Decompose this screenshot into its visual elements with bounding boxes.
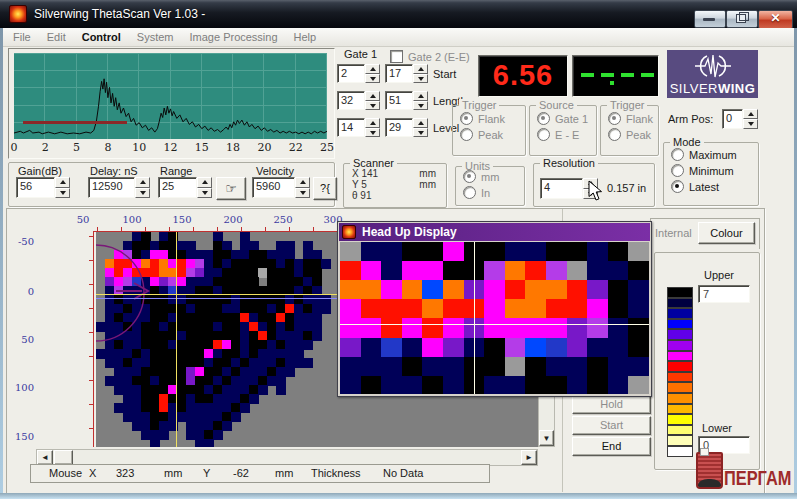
upper-input[interactable]: 7	[698, 285, 750, 303]
hud-view[interactable]	[340, 242, 649, 394]
spin-up-button[interactable]	[413, 91, 428, 101]
radio-peak[interactable]: Peak	[460, 128, 525, 141]
spin-value[interactable]: 0	[722, 109, 743, 129]
radio-button-icon[interactable]	[460, 128, 473, 141]
spin-up-button[interactable]	[365, 64, 380, 74]
spin-value[interactable]: 12590	[88, 177, 135, 198]
gate1-start-spinner[interactable]: 2	[337, 64, 380, 83]
spin-up-button[interactable]	[295, 177, 310, 188]
restore-button[interactable]	[726, 10, 758, 28]
radio-minimum[interactable]: Minimum	[671, 164, 758, 177]
delay-spinner[interactable]: 12590	[88, 177, 150, 198]
gate2-checkbox[interactable]	[390, 50, 403, 63]
radio-button-icon[interactable]	[608, 128, 621, 141]
spin-value[interactable]: 2	[337, 64, 365, 83]
spin-value[interactable]: 56	[16, 177, 55, 198]
trigger2-caption: Trigger	[607, 99, 647, 111]
gain-spinner[interactable]: 56	[16, 177, 70, 198]
spin-up-button[interactable]	[413, 64, 428, 74]
spin-down-button[interactable]	[413, 74, 428, 84]
tab-colour-button[interactable]: Colour	[698, 222, 755, 244]
radio-button-icon[interactable]	[463, 170, 476, 183]
menu-edit[interactable]: Edit	[47, 31, 66, 43]
velocity-spinner[interactable]: 5960	[252, 177, 310, 198]
title-bar[interactable]: Silverwing ThetaScan Ver 1.03 - ✕	[0, 0, 797, 28]
spin-value[interactable]: 51	[385, 91, 413, 110]
spin-down-button[interactable]	[197, 188, 212, 199]
menu-system[interactable]: System	[137, 31, 174, 43]
minimize-button[interactable]	[694, 10, 726, 28]
scroll-down-button[interactable]: ▼	[539, 430, 554, 446]
radio-e-e[interactable]: E - E	[537, 128, 596, 141]
menu-file[interactable]: File	[13, 31, 31, 43]
gate2-checkbox-row[interactable]: Gate 2 (E-E)	[390, 50, 470, 63]
spin-down-button[interactable]	[365, 74, 380, 84]
tab-internal[interactable]: Internal	[655, 227, 692, 239]
pick-velocity-button[interactable]: ☞	[216, 177, 246, 200]
spin-value[interactable]: 32	[337, 91, 365, 110]
spin-down-button[interactable]	[365, 101, 380, 111]
spin-up-button[interactable]	[413, 118, 428, 128]
gate1-length-spinner[interactable]: 32	[337, 91, 380, 110]
hud-title-bar[interactable]: Head Up Display	[339, 223, 650, 241]
radio-button-icon[interactable]	[671, 164, 684, 177]
range-spinner[interactable]: 25	[158, 177, 212, 198]
radio-button-icon[interactable]	[671, 180, 684, 193]
colour-scale-group: Upper 7 Lower 0	[654, 252, 760, 470]
spin-value[interactable]: 29	[385, 118, 413, 137]
gate1-level-spinner[interactable]: 14	[337, 118, 380, 137]
ascan-x-tick: 25	[320, 141, 334, 154]
radio-flank[interactable]: Flank	[460, 112, 525, 125]
spin-down-button[interactable]	[413, 101, 428, 111]
spin-down-button[interactable]	[365, 128, 380, 138]
spin-up-button[interactable]	[197, 177, 212, 188]
spin-down-button[interactable]	[743, 119, 758, 129]
spin-down-button[interactable]	[135, 188, 150, 199]
end-button[interactable]: End	[572, 437, 651, 456]
spin-up-button[interactable]	[743, 109, 758, 119]
radio-maximum[interactable]: Maximum	[671, 148, 758, 161]
gate2-level-spinner[interactable]: 29	[385, 118, 428, 137]
radio-button-icon[interactable]	[608, 112, 621, 125]
spin-value[interactable]: 17	[385, 64, 413, 83]
upper-label: Upper	[704, 269, 734, 281]
radio-button-icon[interactable]	[460, 112, 473, 125]
radio-gate-1[interactable]: Gate 1	[537, 112, 596, 125]
radio-button-icon[interactable]	[537, 128, 550, 141]
menu-help[interactable]: Help	[294, 31, 317, 43]
radio-flank[interactable]: Flank	[608, 112, 658, 125]
radio-in[interactable]: In	[463, 186, 524, 199]
radio-button-icon[interactable]	[671, 148, 684, 161]
radio-latest[interactable]: Latest	[671, 180, 758, 193]
gate2-start-spinner[interactable]: 17	[385, 64, 428, 83]
start-button[interactable]: Start	[572, 416, 651, 435]
radio-button-icon[interactable]	[463, 186, 476, 199]
spin-up-button[interactable]	[135, 177, 150, 188]
spin-value[interactable]: 5960	[252, 177, 295, 198]
velocity-help-button[interactable]: ?{	[313, 177, 337, 200]
spin-value[interactable]: 4	[540, 178, 583, 199]
spin-up-button[interactable]	[365, 118, 380, 128]
spin-value[interactable]: 14	[337, 118, 365, 137]
radio-mm[interactable]: mm	[463, 170, 524, 183]
menu-control[interactable]: Control	[82, 31, 121, 43]
spin-down-button[interactable]	[295, 188, 310, 199]
scroll-left-button[interactable]: ◄	[37, 450, 53, 465]
mode-caption: Mode	[670, 136, 704, 148]
close-button[interactable]: ✕	[758, 10, 793, 29]
gate2-length-spinner[interactable]: 51	[385, 91, 428, 110]
spin-up-button[interactable]	[55, 177, 70, 188]
display-tabs: Internal Colour	[650, 218, 760, 249]
menu-image-processing[interactable]: Image Processing	[190, 31, 278, 43]
hud-window[interactable]: Head Up Display	[337, 221, 652, 397]
scroll-right-button[interactable]: ►	[521, 450, 537, 465]
spin-value[interactable]: 25	[158, 177, 197, 198]
radio-button-icon[interactable]	[537, 112, 550, 125]
hold-button[interactable]: Hold	[572, 395, 651, 414]
spin-up-button[interactable]	[365, 91, 380, 101]
hscroll-thumb[interactable]	[54, 450, 73, 465]
arm-pos-spinner[interactable]: 0	[722, 109, 758, 129]
spin-down-button[interactable]	[55, 188, 70, 199]
spin-down-button[interactable]	[413, 128, 428, 138]
radio-peak[interactable]: Peak	[608, 128, 658, 141]
